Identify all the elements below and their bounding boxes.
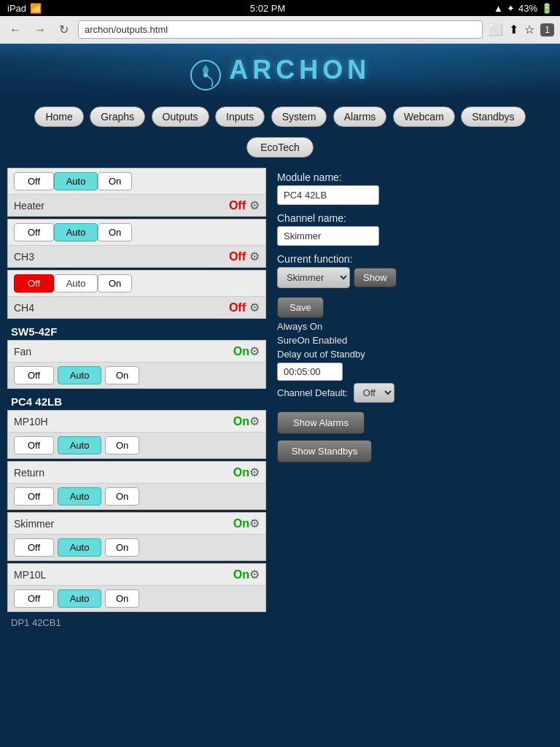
channel-group-fan: Fan On ⚙ Off Auto On <box>7 340 266 389</box>
ch4-on-btn[interactable]: On <box>98 274 132 293</box>
module-pc4-label: PC4 42LB <box>7 391 266 410</box>
delay-time-input[interactable] <box>277 363 343 381</box>
carrier-label: iPad <box>7 3 26 14</box>
mp10h-control-bottom: Off Auto On <box>8 433 265 458</box>
return-on-btn[interactable]: On <box>105 487 139 506</box>
mp10h-gear-icon[interactable]: ⚙ <box>249 414 260 428</box>
heater-name: Heater <box>14 200 225 212</box>
fan-on-btn[interactable]: On <box>105 366 139 384</box>
skimmer-control-bottom: Off Auto On <box>8 535 265 560</box>
return-label-row: Return On ⚙ <box>8 462 265 484</box>
mp10h-on-btn[interactable]: On <box>105 436 139 454</box>
channel-group-heater: Off Auto On Heater Off ⚙ <box>7 168 266 217</box>
partial-module-label: DP1 42CB1 <box>7 614 266 631</box>
fan-gear-icon[interactable]: ⚙ <box>249 344 260 358</box>
nav-inputs[interactable]: Inputs <box>215 107 265 127</box>
tab-count[interactable]: 1 <box>540 23 554 36</box>
mp10h-off-btn[interactable]: Off <box>14 436 54 454</box>
bookmark-icon[interactable]: ☆ <box>524 23 534 36</box>
return-name: Return <box>14 467 233 479</box>
show-alarms-button[interactable]: Show Alarms <box>277 411 365 434</box>
address-bar[interactable]: archon/outputs.html <box>78 20 483 39</box>
fan-control-bottom: Off Auto On <box>8 363 265 388</box>
mp10l-label-row: MP10L On ⚙ <box>8 564 265 586</box>
ch4-gear-icon[interactable]: ⚙ <box>249 301 260 314</box>
skimmer-gear-icon[interactable]: ⚙ <box>249 516 260 530</box>
mp10l-status: On <box>233 568 249 581</box>
forward-button[interactable]: → <box>31 22 50 38</box>
fan-off-btn[interactable]: Off <box>14 366 54 384</box>
nav-home[interactable]: Home <box>34 107 83 127</box>
signal-icon: ▲ <box>494 3 503 14</box>
ch3-gear-icon[interactable]: ⚙ <box>249 249 260 263</box>
heater-auto-btn[interactable]: Auto <box>54 172 98 190</box>
ch3-name: CH3 <box>14 251 225 263</box>
channel-name-input[interactable] <box>277 226 379 246</box>
nav-alarms[interactable]: Alarms <box>333 107 387 127</box>
mp10h-auto-btn[interactable]: Auto <box>58 436 101 454</box>
module-name-input[interactable] <box>277 185 379 205</box>
nav-system[interactable]: System <box>271 107 327 127</box>
ch4-name: CH4 <box>14 302 225 314</box>
mp10h-name: MP10H <box>14 416 233 427</box>
ch4-label-row: CH4 Off ⚙ <box>8 297 265 318</box>
return-gear-icon[interactable]: ⚙ <box>249 465 260 479</box>
return-auto-btn[interactable]: Auto <box>58 487 101 506</box>
ch4-control-top: Off Auto On <box>8 271 265 297</box>
module-sw5-label: SW5-42F <box>7 321 266 340</box>
heater-control-top: Off Auto On <box>8 169 265 195</box>
show-standbys-button[interactable]: Show Standbys <box>277 440 372 462</box>
ch3-on-btn[interactable]: On <box>98 223 132 241</box>
nav-standbys[interactable]: Standbys <box>461 107 525 127</box>
fan-label-row: Fan On ⚙ <box>8 341 265 363</box>
heater-status: Off <box>229 199 246 212</box>
status-bar: iPad 📶 5:02 PM ▲ ✦ 43% 🔋 <box>0 0 560 16</box>
channel-group-mp10l: MP10L On ⚙ Off Auto On <box>7 563 266 612</box>
nav-outputs[interactable]: Outputs <box>152 107 209 127</box>
right-panel: Module name: Channel name: Current funct… <box>266 168 553 631</box>
mp10l-gear-icon[interactable]: ⚙ <box>249 568 260 581</box>
back-button[interactable]: ← <box>6 22 25 38</box>
status-right: ▲ ✦ 43% 🔋 <box>494 3 553 14</box>
bluetooth-icon: ✦ <box>507 3 515 14</box>
function-row: Skimmer Show <box>277 267 542 288</box>
nav-ecotech[interactable]: EcoTech <box>246 137 314 158</box>
fan-name: Fan <box>14 346 233 357</box>
save-button[interactable]: Save <box>277 297 324 318</box>
reader-icon[interactable]: ⬜ <box>489 23 503 36</box>
show-function-btn[interactable]: Show <box>354 268 397 287</box>
ch4-off-btn[interactable]: Off <box>14 274 54 293</box>
mp10l-on-btn[interactable]: On <box>105 589 139 608</box>
status-left: iPad 📶 <box>7 3 42 14</box>
ch3-status: Off <box>229 250 246 263</box>
channel-default-select[interactable]: Off On <box>354 383 394 403</box>
url-text: archon/outputs.html <box>85 24 476 35</box>
skimmer-off-btn[interactable]: Off <box>14 538 54 557</box>
share-icon[interactable]: ⬆ <box>509 23 518 36</box>
ch3-auto-btn[interactable]: Auto <box>54 223 98 241</box>
nav-graphs[interactable]: Graphs <box>90 107 145 127</box>
refresh-button[interactable]: ↻ <box>55 21 72 38</box>
nav-bar: Home Graphs Outputs Inputs System Alarms… <box>0 99 560 134</box>
heater-on-btn[interactable]: On <box>98 172 132 190</box>
ocean-header: ARCHON <box>0 44 560 99</box>
skimmer-on-btn[interactable]: On <box>105 538 139 557</box>
channel-list: Off Auto On Heater Off ⚙ Off Auto On CH3… <box>7 168 266 631</box>
heater-label-row: Heater Off ⚙ <box>8 195 265 216</box>
function-select[interactable]: Skimmer <box>277 267 350 288</box>
skimmer-name: Skimmer <box>14 518 233 530</box>
heater-off-btn[interactable]: Off <box>14 172 54 190</box>
mp10l-auto-btn[interactable]: Auto <box>58 589 101 608</box>
ch4-auto-btn[interactable]: Auto <box>54 274 98 293</box>
ch3-off-btn[interactable]: Off <box>14 223 54 241</box>
ch4-status: Off <box>229 301 246 314</box>
nav-webcam[interactable]: Webcam <box>393 107 455 127</box>
channel-group-return: Return On ⚙ Off Auto On <box>7 461 266 510</box>
fan-auto-btn[interactable]: Auto <box>58 366 101 384</box>
skimmer-label-row: Skimmer On ⚙ <box>8 513 265 535</box>
mp10l-off-btn[interactable]: Off <box>14 589 54 608</box>
heater-gear-icon[interactable]: ⚙ <box>249 198 260 212</box>
return-off-btn[interactable]: Off <box>14 487 54 506</box>
skimmer-auto-btn[interactable]: Auto <box>58 538 101 557</box>
return-status: On <box>233 466 249 479</box>
